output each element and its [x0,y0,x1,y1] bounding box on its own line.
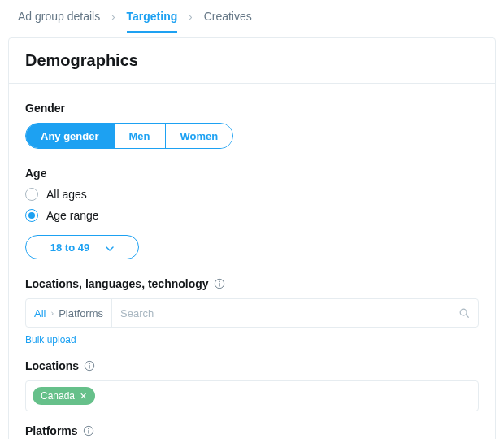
age-label: Age [25,167,479,180]
locations-label: Locations [25,359,79,372]
bulk-upload-link[interactable]: Bulk upload [25,334,76,346]
gender-option-women[interactable]: Women [165,124,233,148]
gender-section: Gender Any gender Men Women [25,102,479,149]
location-tag: Canada ✕ [33,387,95,405]
info-icon[interactable] [214,278,225,289]
age-option-all-ages[interactable]: All ages [25,188,479,201]
svg-rect-2 [219,283,219,286]
locations-section: Locations Canada ✕ [25,359,479,411]
chevron-right-icon: › [50,308,54,318]
llt-label: Locations, languages, technology [25,277,209,290]
chevron-right-icon: › [189,11,192,23]
radio-label: Age range [46,209,99,222]
radio-label: All ages [46,188,87,201]
gender-segmented-control: Any gender Men Women [25,123,233,149]
svg-rect-7 [89,365,90,368]
chevron-down-icon [106,243,114,251]
gender-option-any[interactable]: Any gender [26,124,114,148]
age-range-dropdown[interactable]: 18 to 49 [25,235,139,259]
svg-rect-10 [88,430,89,433]
age-range-value: 18 to 49 [50,241,89,254]
breadcrumb-item-ad-group-details[interactable]: Ad group details [18,10,100,23]
remove-tag-icon[interactable]: ✕ [80,392,87,401]
gender-label: Gender [25,102,479,115]
llt-path-all: All [34,307,46,319]
page-title: Demographics [25,51,479,70]
tag-label: Canada [41,390,75,402]
locations-languages-technology-section: Locations, languages, technology All › P… [25,277,479,346]
age-option-age-range[interactable]: Age range [25,209,479,222]
llt-search-input[interactable] [112,299,450,327]
chevron-right-icon: › [111,11,115,23]
gender-option-men[interactable]: Men [114,124,165,148]
locations-field[interactable]: Canada ✕ [25,380,479,411]
radio-icon [25,188,38,201]
breadcrumb: Ad group details › Targeting › Creatives [0,0,504,33]
demographics-panel: Demographics Gender Any gender Men Women… [8,37,496,439]
breadcrumb-item-creatives[interactable]: Creatives [204,10,252,23]
svg-point-1 [219,281,220,283]
platforms-section: Platforms iOS ✕ [25,424,479,439]
platforms-label: Platforms [25,424,78,437]
info-icon[interactable] [83,425,94,437]
radio-icon [25,209,38,222]
svg-point-6 [89,363,90,365]
svg-line-4 [466,315,468,317]
llt-path[interactable]: All › Platforms [26,299,112,327]
llt-search-box: All › Platforms [25,298,479,328]
age-section: Age All ages Age range 18 to 49 [25,167,479,259]
search-icon[interactable] [450,307,478,319]
breadcrumb-item-targeting[interactable]: Targeting [127,10,178,23]
svg-point-9 [88,428,89,430]
info-icon[interactable] [84,360,95,372]
llt-path-platforms: Platforms [59,307,103,319]
